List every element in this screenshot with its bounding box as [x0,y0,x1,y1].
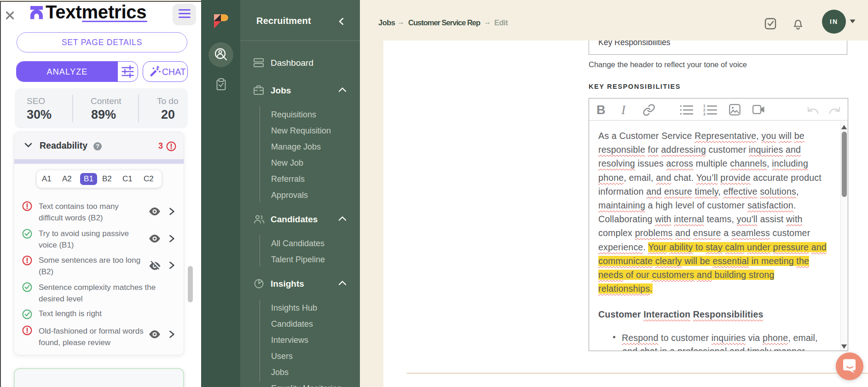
svg-text:3: 3 [703,112,706,116]
